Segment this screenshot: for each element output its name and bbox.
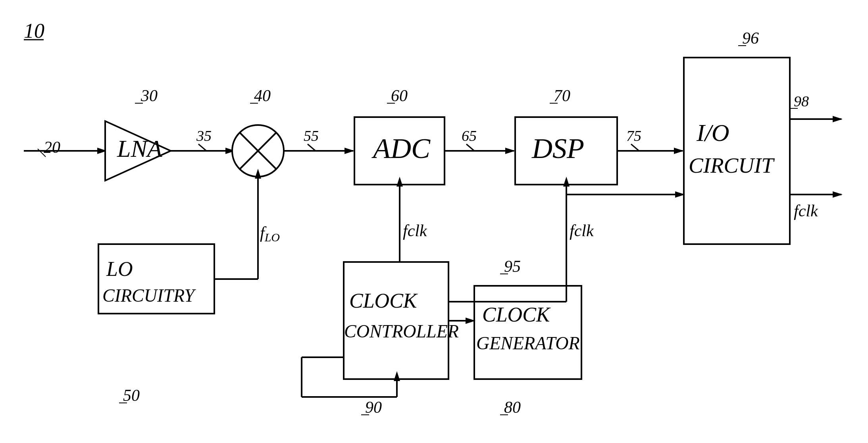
ref-20: 20 bbox=[44, 138, 60, 156]
fclk-adc-label: fclk bbox=[403, 222, 427, 240]
ref-65: 65 bbox=[462, 127, 477, 144]
io-label2: CIRCUIT bbox=[689, 153, 775, 177]
ref-95: 95 bbox=[504, 257, 521, 275]
lo-label1: LO bbox=[106, 258, 133, 280]
lna-label: LNA bbox=[117, 135, 163, 162]
clk-gen-label1: CLOCK bbox=[482, 303, 551, 326]
ref-35: 35 bbox=[196, 127, 212, 144]
clk-ctrl-block bbox=[344, 262, 448, 379]
io-label1: I/O bbox=[696, 119, 729, 146]
ref-50: 50 bbox=[123, 386, 140, 404]
ref-30: 30 bbox=[140, 87, 158, 105]
ref-98: 98 bbox=[794, 93, 809, 110]
clk-ctrl-label1: CLOCK bbox=[349, 289, 418, 312]
ref-90: 90 bbox=[365, 398, 382, 416]
fclk-dsp-label: fclk bbox=[570, 222, 594, 240]
fclk-io-label: fclk bbox=[794, 202, 818, 220]
ref-75: 75 bbox=[626, 127, 641, 144]
ref-80: 80 bbox=[504, 398, 521, 416]
clk-ctrl-label2: CONTROLLER bbox=[344, 321, 459, 341]
ref-60: 60 bbox=[391, 87, 408, 105]
diagram-title: 10 bbox=[24, 19, 44, 42]
ref-40: 40 bbox=[254, 87, 271, 105]
block-diagram: 10 20 30 LNA 35 40 55 bbox=[0, 0, 868, 443]
clk-gen-label2: GENERATOR bbox=[476, 333, 580, 353]
ref-55: 55 bbox=[304, 127, 319, 144]
io-block bbox=[684, 58, 790, 244]
ref-96: 96 bbox=[742, 29, 759, 47]
adc-label: ADC bbox=[371, 133, 431, 164]
clk-gen-block bbox=[474, 286, 581, 379]
dsp-label: DSP bbox=[531, 133, 584, 164]
ref-70: 70 bbox=[554, 87, 570, 105]
lo-label2: CIRCUITRY bbox=[102, 285, 196, 306]
